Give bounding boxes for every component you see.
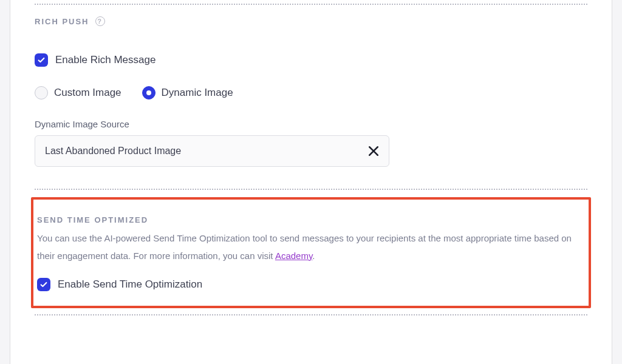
image-type-radio-group: Custom Image Dynamic Image bbox=[35, 86, 587, 99]
settings-card: RICH PUSH ? Enable Rich Message Custom I… bbox=[10, 0, 612, 364]
section-divider bbox=[35, 314, 587, 315]
rich-push-title-text: RICH PUSH bbox=[35, 17, 89, 26]
send-time-optimized-section: SEND TIME OPTIMIZED You can use the AI-p… bbox=[31, 197, 591, 308]
custom-image-label: Custom Image bbox=[54, 87, 121, 99]
radio-selected-icon bbox=[142, 86, 156, 99]
dynamic-image-source-value: Last Abandoned Product Image bbox=[45, 146, 181, 157]
dynamic-image-source-input[interactable]: Last Abandoned Product Image bbox=[35, 135, 389, 167]
rich-push-title: RICH PUSH ? bbox=[35, 16, 105, 26]
enable-sto-checkbox[interactable]: Enable Send Time Optimization bbox=[37, 278, 585, 291]
academy-link[interactable]: Academy bbox=[275, 251, 312, 261]
sto-title: SEND TIME OPTIMIZED bbox=[37, 215, 148, 224]
help-icon[interactable]: ? bbox=[95, 16, 105, 26]
dynamic-image-label: Dynamic Image bbox=[162, 87, 233, 99]
sto-desc-tail: . bbox=[312, 251, 315, 261]
radio-icon bbox=[35, 86, 48, 99]
enable-sto-label: Enable Send Time Optimization bbox=[58, 278, 202, 291]
checkmark-icon bbox=[37, 278, 50, 291]
checkmark-icon bbox=[35, 53, 48, 67]
sto-description: You can use the AI-powered Send Time Opt… bbox=[37, 230, 585, 265]
clear-icon[interactable] bbox=[368, 146, 379, 157]
enable-rich-message-label: Enable Rich Message bbox=[55, 54, 156, 66]
enable-rich-message-checkbox[interactable]: Enable Rich Message bbox=[35, 53, 587, 67]
dynamic-image-radio[interactable]: Dynamic Image bbox=[142, 86, 233, 99]
dynamic-image-source-label: Dynamic Image Source bbox=[35, 119, 587, 129]
custom-image-radio[interactable]: Custom Image bbox=[35, 86, 121, 99]
